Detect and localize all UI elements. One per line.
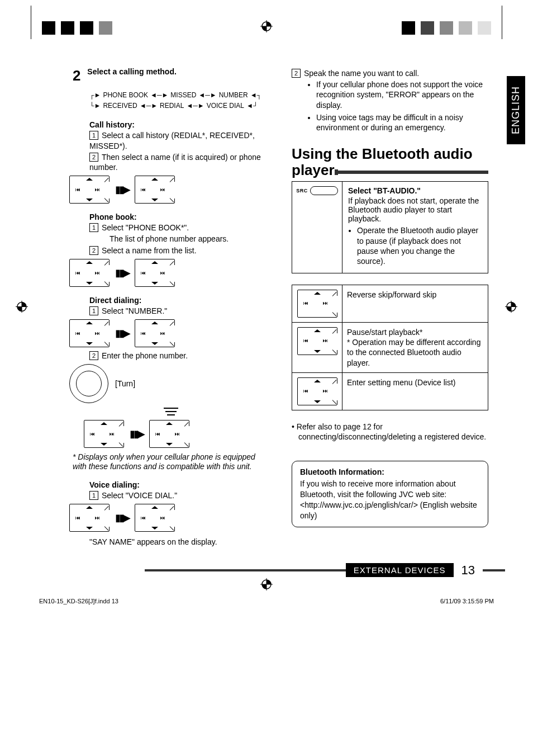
control-panel-icon: ⏮⏭ xyxy=(149,420,189,448)
body-text: The list of phone number appears. xyxy=(89,234,269,244)
substep-num: 1 xyxy=(89,131,98,140)
voice-dialing-heading: Voice dialing: xyxy=(89,480,269,489)
body-text: Select "PHONE BOOK*". xyxy=(102,223,189,232)
bluetooth-info-box: Bluetooth Information: If you wish to re… xyxy=(292,461,488,527)
registration-icon xyxy=(260,20,273,34)
control-panel-icon: ⏮⏭ xyxy=(69,319,110,347)
control-panel-icon: ⏮⏭ xyxy=(69,504,110,532)
body-text: Enter the phone number. xyxy=(102,351,188,360)
imprint-file: EN10-15_KD-S26[J]f.indd 13 xyxy=(39,598,118,604)
body-text: If playback does not start, operate the … xyxy=(348,196,482,223)
refer-note: • Refer also to page 12 for connecting/d… xyxy=(292,422,488,442)
section-footer-label: EXTERNAL DEVICES xyxy=(346,563,454,577)
call-history-heading: Call history: xyxy=(89,120,269,129)
control-panel-icon: ⏮⏭ xyxy=(135,259,175,287)
page-footer: EXTERNAL DEVICES 13 xyxy=(28,563,505,578)
control-panel-icon: ⏮⏭ xyxy=(135,176,175,204)
control-panel-icon: ⏮⏭ xyxy=(135,504,175,532)
substep-num: 2 xyxy=(89,153,98,162)
registration-icon xyxy=(16,301,28,315)
select-bt-audio-box: SRC Select "BT-AUDIO." If playback does … xyxy=(292,181,488,273)
control-panel-icon: ⏮⏭ xyxy=(297,377,337,405)
table-cell: Enter setting menu (Device list) xyxy=(342,372,488,410)
method-flow-diagram: ┌►PHONE BOOK◄─► MISSED◄─► NUMBER◄┐ └►REC… xyxy=(89,90,269,111)
left-column: 2 Select a calling method. ┌►PHONE BOOK◄… xyxy=(28,67,269,546)
control-panel-icon: ⏮⏭ xyxy=(69,259,110,287)
then-icon: ▮▮▶ xyxy=(115,183,129,196)
step-number: 2 xyxy=(73,67,80,84)
page-number: 13 xyxy=(454,563,483,578)
substep-num: 1 xyxy=(89,491,98,500)
body-text: Select a name from the list. xyxy=(102,246,197,255)
src-button-icon xyxy=(310,186,338,195)
section-heading: Using the Bluetooth audio player xyxy=(292,146,488,178)
control-panel-icon: ⏮⏭ xyxy=(84,420,124,448)
registration-icon xyxy=(260,578,273,592)
body-text: Select "NUMBER." xyxy=(102,306,167,315)
then-icon: ▮▮▶ xyxy=(115,327,129,339)
control-panel-icon: ⏮⏭ xyxy=(297,290,337,318)
substep-num: 2 xyxy=(89,246,98,255)
body-text: "SAY NAME" appears on the display. xyxy=(89,537,217,546)
control-panel-icon: ⏮⏭ xyxy=(297,327,337,355)
body-text: Using voice tags may be difficult in a n… xyxy=(316,112,488,133)
src-label: SRC xyxy=(296,188,308,193)
language-tab: ENGLISH xyxy=(507,76,525,144)
registration-icon xyxy=(505,301,517,315)
body-text: If your cellular phone does not support … xyxy=(316,79,488,110)
turn-label: [Turn] xyxy=(115,379,135,388)
body-text: Select "VOICE DIAL." xyxy=(102,491,177,500)
then-icon: ▮▮▶ xyxy=(115,512,129,524)
imprint-row: EN10-15_KD-S26[J]f.indd 13 6/11/09 3:15:… xyxy=(28,598,505,604)
body-text: Operate the Bluetooth audio player to pa… xyxy=(357,225,482,266)
substep-num: 1 xyxy=(89,306,98,315)
table-cell: Reverse skip/forward skip xyxy=(342,285,488,323)
knob-icon xyxy=(69,364,108,403)
page: ENGLISH 2 Select a calling method. ┌►PHO… xyxy=(0,0,533,616)
right-column: 2Speak the name you want to call. If you… xyxy=(292,67,505,546)
table-cell: Pause/start playback* * Operation may be… xyxy=(342,323,488,373)
control-table: ⏮⏭ Reverse skip/forward skip ⏮⏭ Pause/st… xyxy=(292,285,488,410)
footnote: * Displays only when your cellular phone… xyxy=(73,452,269,471)
then-icon: ▮▮▶ xyxy=(130,428,144,440)
substep-num: 2 xyxy=(292,69,301,78)
select-heading: Select "BT-AUDIO." xyxy=(348,186,482,195)
then-down-icon xyxy=(163,408,179,415)
bt-info-heading: Bluetooth Information: xyxy=(300,467,480,478)
imprint-date: 6/11/09 3:15:59 PM xyxy=(440,598,494,604)
substep-num: 2 xyxy=(89,351,98,360)
control-panel-icon: ⏮⏭ xyxy=(135,319,175,347)
body-text: Select a call history (REDIAL*, RECEIVED… xyxy=(89,131,255,150)
direct-dialing-heading: Direct dialing: xyxy=(89,296,269,305)
phone-book-heading: Phone book: xyxy=(89,212,269,221)
body-text: If you wish to receive more information … xyxy=(300,479,480,521)
body-text: Speak the name you want to call. xyxy=(304,69,419,78)
substep-num: 1 xyxy=(89,223,98,232)
control-panel-icon: ⏮⏭ xyxy=(69,176,110,204)
body-text: Then select a name (if it is acquired) o… xyxy=(89,153,261,172)
step-title: Select a calling method. xyxy=(87,67,177,76)
then-icon: ▮▮▶ xyxy=(115,267,129,279)
